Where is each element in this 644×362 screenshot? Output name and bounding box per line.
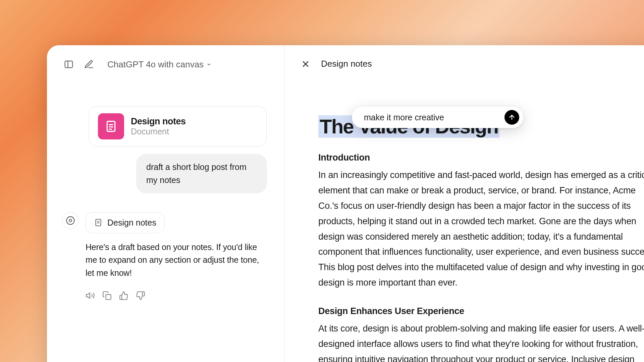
model-label: ChatGPT 4o with canvas bbox=[107, 59, 204, 70]
app-window: ChatGPT 4o with canvas Design notes Docu… bbox=[47, 45, 644, 362]
chat-content: Design notes Document draft a short blog… bbox=[47, 78, 284, 300]
attachment-card[interactable]: Design notes Document bbox=[89, 106, 267, 146]
speaker-icon[interactable] bbox=[86, 291, 95, 300]
chat-pane: ChatGPT 4o with canvas Design notes Docu… bbox=[47, 45, 285, 362]
sidebar-toggle-icon[interactable] bbox=[63, 59, 74, 70]
assistant-message: Here's a draft based on your notes. If y… bbox=[86, 241, 263, 280]
document-icon bbox=[94, 218, 103, 227]
section-heading-2: Design Enhances User Experience bbox=[318, 306, 644, 316]
close-icon[interactable] bbox=[301, 59, 310, 69]
thumbs-up-icon[interactable] bbox=[119, 291, 128, 300]
section-body-2[interactable]: At its core, design is about problem-sol… bbox=[318, 321, 644, 362]
inline-prompt-input[interactable]: make it more creative bbox=[364, 113, 444, 122]
assistant-body: Design notes Here's a draft based on you… bbox=[86, 212, 263, 300]
copy-icon[interactable] bbox=[102, 291, 112, 300]
top-bar: ChatGPT 4o with canvas bbox=[47, 59, 284, 78]
section-heading-1: Introduction bbox=[318, 153, 644, 163]
canvas-link-chip[interactable]: Design notes bbox=[86, 212, 165, 233]
submit-button[interactable] bbox=[504, 110, 519, 125]
model-selector[interactable]: ChatGPT 4o with canvas bbox=[107, 59, 212, 70]
canvas-body: The Value of Design make it more creativ… bbox=[285, 79, 644, 362]
canvas-header: Design notes bbox=[285, 59, 644, 79]
svg-marker-10 bbox=[86, 293, 90, 298]
attachment-texts: Design notes Document bbox=[131, 116, 186, 136]
canvas-pane: Design notes The Value of Design make it… bbox=[285, 45, 644, 362]
document-icon bbox=[98, 113, 124, 139]
section-body-1[interactable]: In an increasingly competitive and fast-… bbox=[318, 168, 644, 291]
svg-rect-11 bbox=[106, 294, 111, 299]
thumbs-down-icon[interactable] bbox=[136, 291, 145, 300]
chip-label: Design notes bbox=[107, 218, 156, 228]
canvas-title: Design notes bbox=[321, 59, 372, 69]
svg-point-6 bbox=[69, 219, 71, 222]
svg-rect-0 bbox=[65, 61, 73, 68]
user-message: draft a short blog post from my notes bbox=[136, 154, 267, 193]
inline-prompt: make it more creative bbox=[352, 107, 523, 128]
new-chat-icon[interactable] bbox=[83, 59, 95, 70]
assistant-avatar-icon bbox=[62, 212, 79, 229]
assistant-row: Design notes Here's a draft based on you… bbox=[62, 212, 268, 300]
message-actions bbox=[86, 291, 263, 300]
chevron-down-icon bbox=[206, 62, 212, 67]
arrow-up-icon bbox=[508, 114, 516, 121]
attachment-subtitle: Document bbox=[131, 127, 186, 136]
attachment-title: Design notes bbox=[131, 116, 186, 127]
